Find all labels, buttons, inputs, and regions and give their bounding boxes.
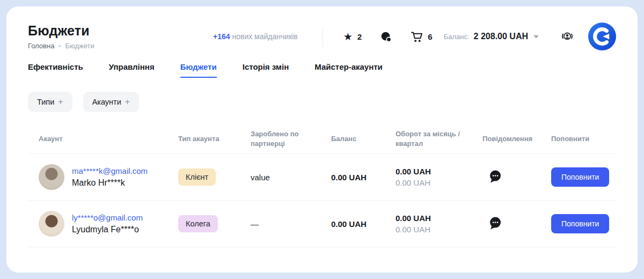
plus-icon: + [58,97,63,107]
cart-counter[interactable]: 6 [411,31,432,42]
column-header-messages: Повідомлення [482,134,551,144]
tab-master-accounts[interactable]: Майстер-акаунти [314,62,383,78]
account-name: Lyudmyla Fe****o [72,225,143,234]
account-cell: ma*****k@gmail.com Marko Hr****k [28,164,178,190]
breadcrumb-current: Бюджети [65,42,94,50]
avatar [39,211,64,237]
account-type-badge: Клієнт [178,168,216,186]
accounts-table: Акаунт Тип акаунта Зароблено по партнерц… [28,124,616,247]
account-email-link[interactable]: ma*****k@gmail.com [72,166,148,175]
turnover-cell: 0.00 UAH 0.00 UAH [396,214,482,234]
app-logo[interactable] [588,23,616,50]
account-cell: ly*****o@gmail.com Lyudmyla Fe****o [28,211,178,237]
messages-cell [482,216,551,232]
filter-types-label: Типи [37,98,54,106]
message-icon[interactable] [488,216,502,230]
star-icon: ★ [343,32,353,42]
new-platforms-stat[interactable]: +164 нових майданчиків [213,32,298,41]
topup-cell: Поповнити [551,214,616,233]
account-name: Marko Hr****k [72,178,148,188]
balance-label: Баланс: [444,33,470,41]
tab-management[interactable]: Управління [109,62,155,78]
favorites-count: 2 [357,32,362,41]
account-type-cell: Колега [178,215,251,232]
table-row: ly*****o@gmail.com Lyudmyla Fe****o Коле… [28,201,616,247]
topbar-divider [323,26,323,47]
account-identity: ly*****o@gmail.com Lyudmyla Fe****o [72,213,143,234]
breadcrumb: Головна Бюджети [28,42,213,50]
balance-value-cell: 0.00 UAH [331,173,396,182]
turnover-month: 0.00 UAH [396,167,482,176]
topbar: Бюджети Головна Бюджети +164 нових майда… [28,23,616,50]
tab-bar: Ефективність Управління Бюджети Історія … [28,62,616,78]
page-title: Бюджети [28,23,213,39]
column-header-turnover: Оборот за місяць / квартал [396,129,482,148]
column-header-topup: Поповнити [551,134,616,144]
filter-accounts-button[interactable]: Акаунти + [83,92,140,112]
turnover-quarter: 0.00 UAH [396,178,482,187]
chevron-down-icon [533,35,539,38]
table-header-row: Акаунт Тип акаунта Зароблено по партнерц… [28,124,616,154]
topbar-counters: ★ 2 [343,31,433,43]
account-identity: ma*****k@gmail.com Marko Hr****k [72,166,148,188]
topup-cell: Поповнити [551,167,616,187]
notifications-icon [560,30,574,43]
avatar [39,164,64,190]
turnover-cell: 0.00 UAH 0.00 UAH [396,167,482,187]
filter-bar: Типи + Акаунти + [28,92,616,112]
column-header-account: Акаунт [28,134,178,144]
cart-icon [411,31,423,42]
favorites-counter[interactable]: ★ 2 [343,32,362,42]
breadcrumb-home-link[interactable]: Головна [28,42,54,50]
filter-types-button[interactable]: Типи + [28,92,72,112]
breadcrumb-separator [58,45,61,47]
message-icon[interactable] [488,169,502,183]
cart-count: 6 [428,32,432,41]
new-platforms-label: нових майданчиків [232,32,297,41]
column-header-affiliate-earned: Зароблено по партнерці [251,129,331,148]
turnover-month: 0.00 UAH [396,214,482,223]
notifications-button[interactable] [560,30,574,43]
tab-change-history[interactable]: Історія змін [243,62,289,78]
tab-effectiveness[interactable]: Ефективність [28,62,83,78]
plus-icon: + [125,97,130,107]
main-card: Бюджети Головна Бюджети +164 нових майда… [6,6,638,273]
messages-cell [482,169,551,186]
account-type-badge: Колега [178,215,218,232]
filter-accounts-label: Акаунти [92,98,121,106]
balance-value-cell: 0.00 UAH [331,219,396,229]
column-header-account-type: Тип акаунта [178,134,251,144]
new-platforms-count: +164 [213,32,230,41]
affiliate-earned-value: — [251,219,331,229]
account-type-cell: Клієнт [178,168,251,186]
affiliate-earned-value: value [251,173,331,182]
messages-counter[interactable] [380,31,392,43]
topup-button[interactable]: Поповнити [551,167,609,187]
balance-value: 2 208.00 UAH [474,32,528,41]
table-row: ma*****k@gmail.com Marko Hr****k Клієнт … [28,154,616,201]
title-block: Бюджети Головна Бюджети [28,23,213,50]
tab-budgets[interactable]: Бюджети [180,62,217,78]
column-header-balance: Баланс [331,134,396,144]
chat-icon [380,31,392,43]
balance-dropdown[interactable]: Баланс: 2 208.00 UAH [444,32,539,41]
turnover-quarter: 0.00 UAH [396,225,482,234]
topup-button[interactable]: Поповнити [551,214,609,233]
account-email-link[interactable]: ly*****o@gmail.com [72,213,143,222]
